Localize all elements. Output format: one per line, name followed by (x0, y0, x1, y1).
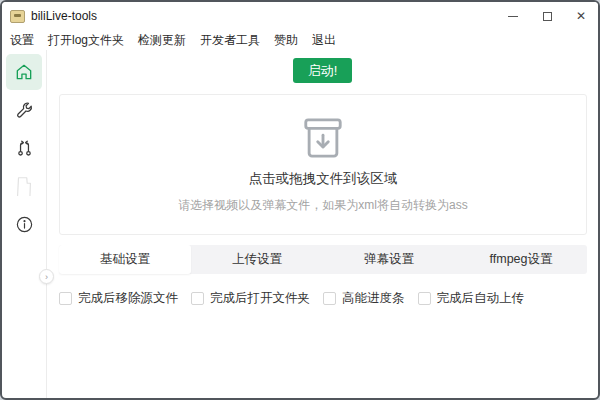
sidebar-item-tools[interactable] (6, 92, 42, 128)
dropzone-subtitle: 请选择视频以及弹幕文件，如果为xml将自动转换为ass (178, 197, 467, 214)
close-button[interactable]: ✕ (564, 2, 598, 30)
checkbox-highlight-bar[interactable] (323, 292, 336, 305)
checkbox-auto-upload[interactable] (418, 292, 431, 305)
checkbox-label: 完成后自动上传 (437, 290, 525, 307)
file-dropzone[interactable]: 点击或拖拽文件到该区域 请选择视频以及弹幕文件，如果为xml将自动转换为ass (59, 94, 587, 235)
tab-upload-settings[interactable]: 上传设置 (191, 245, 323, 274)
sidebar-collapse-button[interactable]: › (39, 269, 54, 284)
sidebar (2, 50, 47, 398)
option-auto-upload[interactable]: 完成后自动上传 (418, 290, 525, 307)
menu-item-devtools[interactable]: 开发者工具 (200, 32, 260, 49)
menu-item-check-update[interactable]: 检测更新 (138, 32, 186, 49)
checkbox-label: 完成后移除源文件 (78, 290, 178, 307)
sidebar-item-home[interactable] (6, 54, 42, 90)
sidebar-item-about[interactable] (6, 206, 42, 242)
dropzone-title: 点击或拖拽文件到该区域 (249, 170, 398, 188)
info-icon (15, 215, 34, 234)
wrench-icon (15, 101, 34, 120)
tab-danmu-settings[interactable]: 弹幕设置 (323, 245, 455, 274)
menu-item-open-log-folder[interactable]: 打开log文件夹 (48, 32, 124, 49)
menu-item-exit[interactable]: 退出 (312, 32, 336, 49)
checkbox-label: 完成后打开文件夹 (210, 290, 310, 307)
sidebar-item-banner[interactable] (6, 168, 42, 204)
maximize-button[interactable] (530, 2, 564, 30)
start-button[interactable]: 启动! (293, 58, 353, 83)
app-body: › 启动! 点击或拖拽文件到该区域 请选择视频以及弹幕文件，如果为xml将自动转… (2, 50, 598, 398)
settings-tabs: 基础设置 上传设置 弹幕设置 ffmpeg设置 (59, 245, 587, 274)
menu-bar: 设置 打开log文件夹 检测更新 开发者工具 赞助 退出 (2, 30, 598, 50)
sidebar-item-convert[interactable] (6, 130, 42, 166)
app-window: biliLive-tools ✕ 设置 打开log文件夹 检测更新 开发者工具 … (0, 0, 600, 400)
menu-item-settings[interactable]: 设置 (10, 32, 34, 49)
options-row: 完成后移除源文件 完成后打开文件夹 高能进度条 完成后自动上传 (59, 290, 598, 307)
tab-ffmpeg-settings[interactable]: ffmpeg设置 (455, 245, 587, 274)
option-open-folder[interactable]: 完成后打开文件夹 (191, 290, 310, 307)
option-highlight-bar[interactable]: 高能进度条 (323, 290, 405, 307)
checkbox-open-folder[interactable] (191, 292, 204, 305)
app-logo-icon (10, 10, 25, 23)
window-title: biliLive-tools (31, 9, 97, 23)
menu-item-sponsor[interactable]: 赞助 (274, 32, 298, 49)
home-icon (14, 62, 34, 82)
option-remove-source[interactable]: 完成后移除源文件 (59, 290, 178, 307)
archive-download-icon (298, 116, 348, 160)
checkbox-label: 高能进度条 (342, 290, 405, 307)
title-bar: biliLive-tools ✕ (2, 2, 598, 30)
minimize-button[interactable] (496, 2, 530, 30)
window-controls: ✕ (496, 2, 598, 30)
main-content: › 启动! 点击或拖拽文件到该区域 请选择视频以及弹幕文件，如果为xml将自动转… (47, 50, 598, 398)
banner-icon (13, 174, 35, 198)
tab-basic-settings[interactable]: 基础设置 (59, 245, 191, 274)
git-compare-icon (15, 139, 34, 158)
checkbox-remove-source[interactable] (59, 292, 72, 305)
